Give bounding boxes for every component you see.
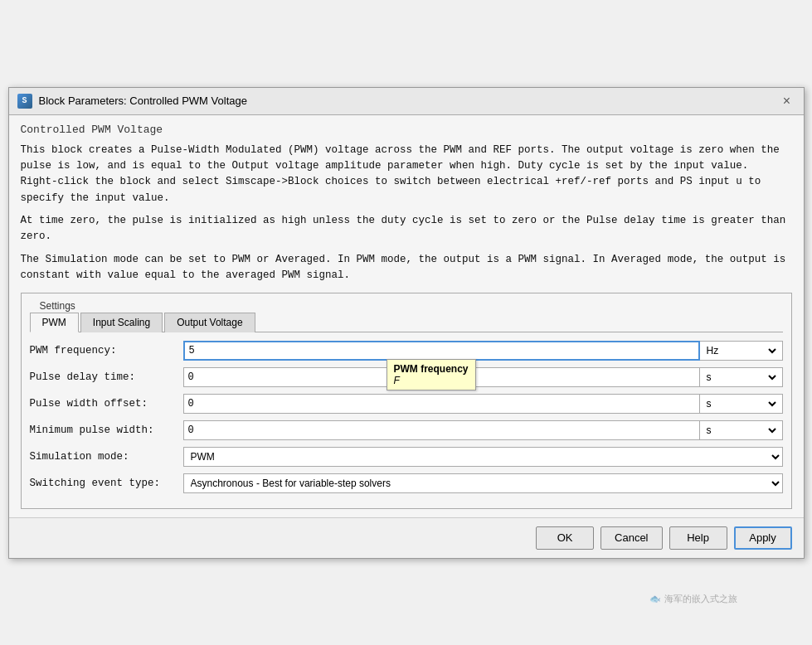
input-pwm-frequency[interactable] xyxy=(183,341,700,361)
tooltip-sub: F xyxy=(394,375,469,386)
input-min-pulse-width[interactable] xyxy=(183,420,700,440)
dialog-title: Block Parameters: Controlled PWM Voltage xyxy=(39,95,247,107)
help-button[interactable]: Help xyxy=(669,526,727,550)
unit-min-pulse-width[interactable]: s ms us xyxy=(700,420,783,440)
settings-legend: Settings xyxy=(36,300,79,312)
content-area: Controlled PWM Voltage This block create… xyxy=(9,115,804,517)
desc-para-1: This block creates a Pulse-Width Modulat… xyxy=(21,143,792,207)
titlebar-left: S Block Parameters: Controlled PWM Volta… xyxy=(17,94,247,109)
tab-pwm[interactable]: PWM xyxy=(30,313,79,332)
apply-button[interactable]: Apply xyxy=(734,526,792,550)
footer: 🐟 海军的嵌入式之旅 OK Cancel Help Apply xyxy=(9,517,804,558)
field-row-simulation-mode: Simulation mode: PWM Averaged xyxy=(30,447,783,467)
watermark-icon: 🐟 xyxy=(649,594,661,604)
select-simulation-mode[interactable]: PWM Averaged xyxy=(183,447,783,467)
description: This block creates a Pulse-Width Modulat… xyxy=(21,143,792,284)
desc-para-3: The Simulation mode can be set to PWM or… xyxy=(21,252,792,284)
close-button[interactable]: × xyxy=(779,93,795,109)
field-row-min-pulse-width: Minimum pulse width: s ms us xyxy=(30,420,783,440)
dialog-window: S Block Parameters: Controlled PWM Volta… xyxy=(8,87,805,559)
tooltip-title: PWM frequency xyxy=(394,363,469,375)
select-unit-pulse-width-offset[interactable]: s ms us xyxy=(703,397,779,410)
field-row-pwm-frequency: PWM frequency: Hz kHz MHz PWM frequency … xyxy=(30,341,783,361)
tab-output-voltage[interactable]: Output Voltage xyxy=(164,313,255,332)
watermark: 🐟 海军的嵌入式之旅 xyxy=(649,593,737,605)
select-unit-pwm-frequency[interactable]: Hz kHz MHz xyxy=(703,344,779,357)
watermark-text: 海军的嵌入式之旅 xyxy=(664,593,737,605)
block-title: Controlled PWM Voltage xyxy=(21,124,792,136)
settings-group: Settings PWM Input Scaling Output Voltag… xyxy=(21,293,792,509)
label-pulse-delay: Pulse delay time: xyxy=(30,371,183,383)
field-row-pulse-width-offset: Pulse width offset: s ms us xyxy=(30,394,783,414)
label-switching-event: Switching event type: xyxy=(30,478,183,489)
unit-pulse-delay[interactable]: s ms us xyxy=(700,367,783,387)
titlebar: S Block Parameters: Controlled PWM Volta… xyxy=(9,88,804,115)
tab-input-scaling[interactable]: Input Scaling xyxy=(80,313,163,332)
label-simulation-mode: Simulation mode: xyxy=(30,451,183,463)
unit-pulse-width-offset[interactable]: s ms us xyxy=(700,394,783,414)
tooltip-pwm-frequency: PWM frequency F xyxy=(387,359,476,390)
field-row-switching-event: Switching event type: Asynchronous - Bes… xyxy=(30,473,783,493)
input-pulse-width-offset[interactable] xyxy=(183,394,700,414)
label-min-pulse-width: Minimum pulse width: xyxy=(30,424,183,436)
unit-pwm-frequency[interactable]: Hz kHz MHz xyxy=(700,341,783,361)
label-pwm-frequency: PWM frequency: xyxy=(30,345,183,356)
tabs-container: PWM Input Scaling Output Voltage xyxy=(30,313,783,332)
select-unit-pulse-delay[interactable]: s ms us xyxy=(703,371,779,384)
select-switching-event[interactable]: Asynchronous - Best for variable-step so… xyxy=(183,473,783,493)
label-pulse-width-offset: Pulse width offset: xyxy=(30,398,183,410)
cancel-button[interactable]: Cancel xyxy=(600,526,662,550)
select-unit-min-pulse-width[interactable]: s ms us xyxy=(703,424,779,437)
desc-para-2: At time zero, the pulse is initialized a… xyxy=(21,213,792,245)
ok-button[interactable]: OK xyxy=(536,526,594,550)
app-icon: S xyxy=(17,94,32,109)
settings-inner: Settings PWM Input Scaling Output Voltag… xyxy=(22,293,791,508)
